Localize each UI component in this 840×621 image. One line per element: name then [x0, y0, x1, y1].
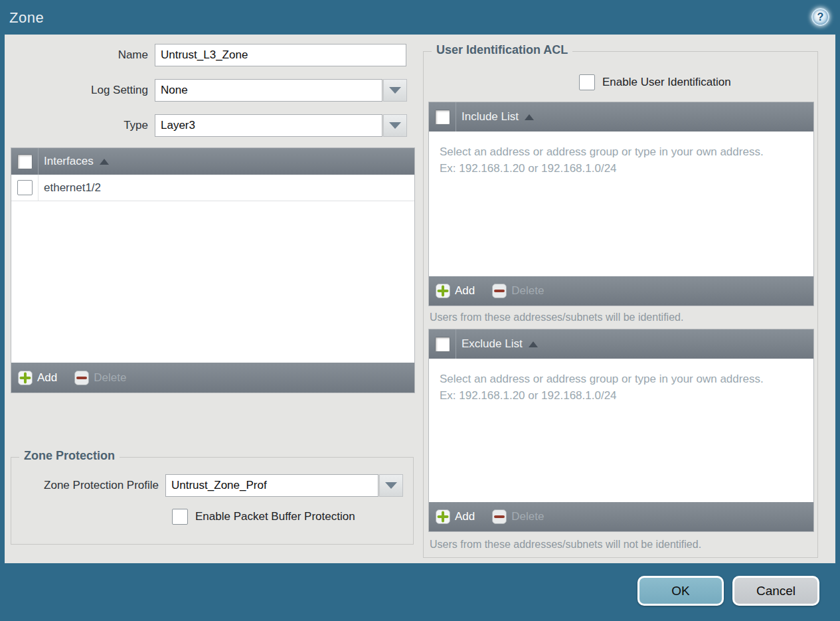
interfaces-table: Interfaces ethernet1/2 Add [11, 147, 415, 393]
exclude-add-button[interactable]: Add [436, 509, 475, 524]
enable-user-identification-label: Enable User Identification [602, 76, 731, 89]
include-list-footer: Add Delete [429, 276, 813, 306]
delete-label: Delete [511, 284, 544, 298]
chevron-down-icon [389, 122, 401, 129]
interface-name: ethernet1/2 [44, 181, 101, 195]
log-setting-field-row: Log Setting [5, 79, 407, 102]
plus-icon [18, 371, 33, 385]
zone-dialog-screen: Zone ? Name Log Setting Type [0, 0, 840, 621]
interfaces-header[interactable]: Interfaces [11, 148, 414, 175]
log-setting-label: Log Setting [5, 84, 155, 97]
name-label: Name [5, 48, 155, 62]
include-add-button[interactable]: Add [436, 284, 475, 298]
exclude-list-placeholder: Select an address or address group or ty… [429, 359, 791, 404]
plus-icon [436, 284, 450, 298]
dialog-body: Name Log Setting Type [5, 35, 835, 563]
exclude-select-all-cell [429, 329, 456, 359]
add-label: Add [455, 510, 475, 523]
user-identification-acl-section: User Identification ACL Enable User Iden… [423, 51, 818, 558]
include-list-table: Include List Select an address or addres… [428, 102, 814, 306]
table-row[interactable]: ethernet1/2 [11, 175, 414, 201]
delete-label: Delete [94, 371, 126, 385]
minus-icon [492, 509, 507, 524]
include-list-header[interactable]: Include List [429, 102, 813, 132]
chevron-down-icon [389, 87, 401, 94]
delete-interface-button[interactable]: Delete [74, 371, 126, 385]
dialog-titlebar: Zone ? [0, 0, 840, 35]
exclude-list-header[interactable]: Exclude List [429, 329, 813, 359]
exclude-list-body[interactable]: Select an address or address group or ty… [429, 359, 813, 502]
type-input[interactable] [155, 114, 382, 137]
log-setting-select [155, 79, 407, 102]
sort-asc-icon [100, 159, 109, 165]
exclude-list-note: Users from these addresses/subnets will … [430, 539, 701, 551]
zone-protection-legend: Zone Protection [19, 449, 120, 463]
name-input[interactable] [155, 44, 406, 66]
log-setting-input[interactable] [155, 79, 382, 102]
include-select-all-checkbox[interactable] [435, 110, 450, 125]
interfaces-body: ethernet1/2 [11, 175, 414, 363]
type-dropdown-button[interactable] [383, 114, 407, 137]
zone-protection-profile-row: Zone Protection Profile [11, 474, 403, 497]
include-delete-button[interactable]: Delete [492, 284, 544, 298]
minus-icon [74, 371, 89, 385]
type-field-row: Type [5, 114, 407, 137]
user-identification-acl-legend: User Identification ACL [432, 43, 572, 57]
include-list-placeholder: Select an address or address group or ty… [429, 132, 791, 177]
include-list-header-label: Include List [462, 110, 519, 124]
zone-protection-profile-select [165, 474, 403, 497]
interface-row-checkbox-cell [11, 175, 39, 201]
exclude-list-footer: Add Delete [429, 502, 813, 531]
sort-asc-icon [529, 341, 538, 347]
packet-buffer-row: Enable Packet Buffer Protection [172, 509, 355, 525]
zone-protection-section: Zone Protection Zone Protection Profile … [11, 457, 414, 545]
exclude-delete-button[interactable]: Delete [492, 509, 544, 524]
chevron-down-icon [385, 482, 397, 489]
ok-button[interactable]: OK [637, 576, 724, 606]
add-interface-button[interactable]: Add [18, 371, 57, 385]
plus-icon [436, 509, 450, 524]
interface-row-checkbox[interactable] [17, 180, 33, 195]
add-label: Add [37, 371, 57, 385]
zone-protection-profile-input[interactable] [165, 474, 378, 497]
interfaces-footer: Add Delete [11, 363, 414, 393]
log-setting-dropdown-button[interactable] [383, 79, 407, 102]
cancel-button[interactable]: Cancel [732, 576, 819, 606]
include-list-body[interactable]: Select an address or address group or ty… [429, 132, 813, 276]
zone-protection-profile-dropdown-button[interactable] [379, 474, 403, 497]
sort-asc-icon [525, 114, 534, 120]
exclude-list-header-label: Exclude List [462, 337, 523, 351]
packet-buffer-label: Enable Packet Buffer Protection [195, 510, 355, 523]
help-icon[interactable]: ? [811, 8, 829, 26]
minus-icon [492, 284, 507, 298]
enable-user-identification-checkbox[interactable] [579, 74, 595, 90]
interfaces-header-label: Interfaces [44, 155, 94, 168]
zone-protection-profile-label: Zone Protection Profile [11, 479, 165, 492]
interfaces-select-all-cell [11, 148, 39, 175]
type-select [155, 114, 407, 137]
add-label: Add [455, 284, 475, 298]
exclude-select-all-checkbox[interactable] [435, 337, 450, 352]
include-list-note: Users from these addresses/subnets will … [430, 311, 683, 323]
include-select-all-cell [429, 102, 456, 132]
question-mark-glyph: ? [817, 11, 824, 23]
delete-label: Delete [511, 510, 544, 523]
dialog-title: Zone [9, 9, 44, 27]
packet-buffer-checkbox[interactable] [172, 509, 188, 525]
name-field-row: Name [5, 44, 406, 66]
type-label: Type [5, 119, 155, 132]
interfaces-select-all-checkbox[interactable] [17, 154, 33, 169]
enable-user-identification-row: Enable User Identification [579, 74, 731, 90]
exclude-list-table: Exclude List Select an address or addres… [428, 329, 814, 532]
